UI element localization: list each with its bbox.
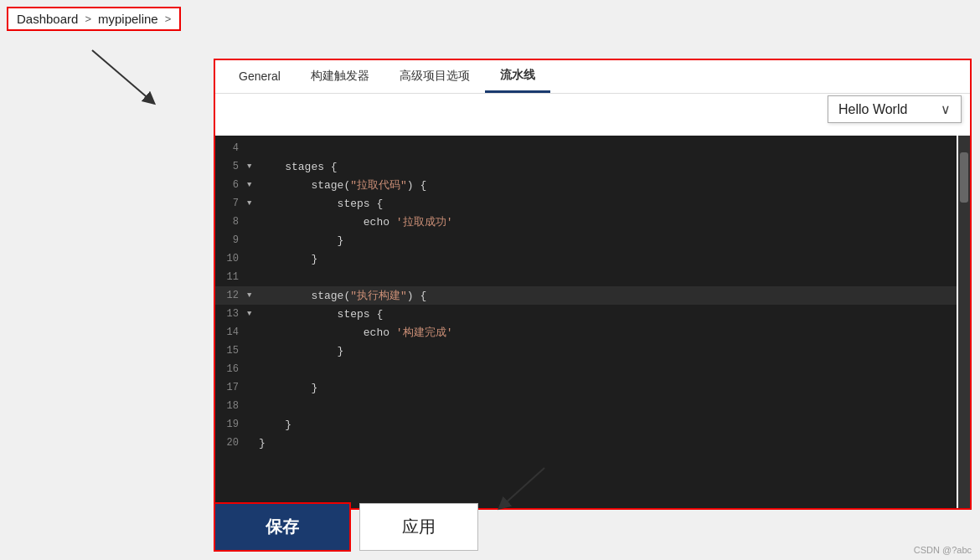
pipeline-dropdown-value: Hello World xyxy=(838,102,941,117)
tabs-row: General 构建触发器 高级项目选项 流水线 Hello World ∨ xyxy=(215,60,970,94)
code-line-4: 4 xyxy=(215,139,957,157)
code-line-19: 19 } xyxy=(215,415,957,434)
chevron-down-icon: ∨ xyxy=(941,101,951,117)
breadcrumb-item-dashboard[interactable]: Dashboard xyxy=(17,12,78,26)
code-line-7: 7 ▼ steps { xyxy=(215,194,957,213)
code-line-18: 18 xyxy=(215,397,957,415)
code-line-9: 9 } xyxy=(215,231,957,249)
breadcrumb-sep-1: > xyxy=(85,13,91,25)
breadcrumb: Dashboard > mypipeline > xyxy=(7,7,181,31)
watermark: CSDN @?abc xyxy=(914,545,972,555)
code-line-5: 5 ▼ stages { xyxy=(215,157,957,176)
breadcrumb-item-pipeline[interactable]: mypipeline xyxy=(98,12,158,26)
code-line-11: 11 xyxy=(215,268,957,286)
breadcrumb-sep-2: > xyxy=(165,13,172,25)
save-button[interactable]: 保存 xyxy=(214,502,351,552)
code-line-20: 20 } xyxy=(215,434,957,452)
code-line-15: 15 } xyxy=(215,342,957,360)
code-line-13: 13 ▼ steps { xyxy=(215,305,957,323)
tab-general[interactable]: General xyxy=(224,59,296,93)
code-line-10: 10 } xyxy=(215,249,957,268)
code-line-8: 8 echo '拉取成功' xyxy=(215,213,957,231)
scrollbar-track[interactable] xyxy=(958,136,970,508)
apply-button[interactable]: 应用 xyxy=(359,503,478,551)
pipeline-dropdown[interactable]: Hello World ∨ xyxy=(828,95,962,123)
code-line-6: 6 ▼ stage("拉取代码") { xyxy=(215,176,957,194)
scrollbar-thumb[interactable] xyxy=(960,152,968,203)
bottom-buttons-bar: 保存 应用 xyxy=(214,502,478,552)
code-line-14: 14 echo '构建完成' xyxy=(215,323,957,342)
code-line-12: 12 ▼ stage("执行构建") { xyxy=(215,286,957,305)
tab-trigger[interactable]: 构建触发器 xyxy=(296,59,384,93)
annotation-arrow-1 xyxy=(84,46,168,113)
code-line-17: 17 } xyxy=(215,378,957,397)
line-num-4: 4 xyxy=(215,142,247,154)
tab-pipeline[interactable]: 流水线 xyxy=(485,59,550,93)
tab-advanced[interactable]: 高级项目选项 xyxy=(384,59,485,93)
code-editor[interactable]: 4 5 ▼ stages { 6 ▼ stage("拉取代码") { 7 ▼ xyxy=(215,136,957,508)
code-lines: 4 5 ▼ stages { 6 ▼ stage("拉取代码") { 7 ▼ xyxy=(215,136,957,455)
code-line-16: 16 xyxy=(215,360,957,378)
main-panel: General 构建触发器 高级项目选项 流水线 Hello World ∨ 4… xyxy=(214,59,972,510)
